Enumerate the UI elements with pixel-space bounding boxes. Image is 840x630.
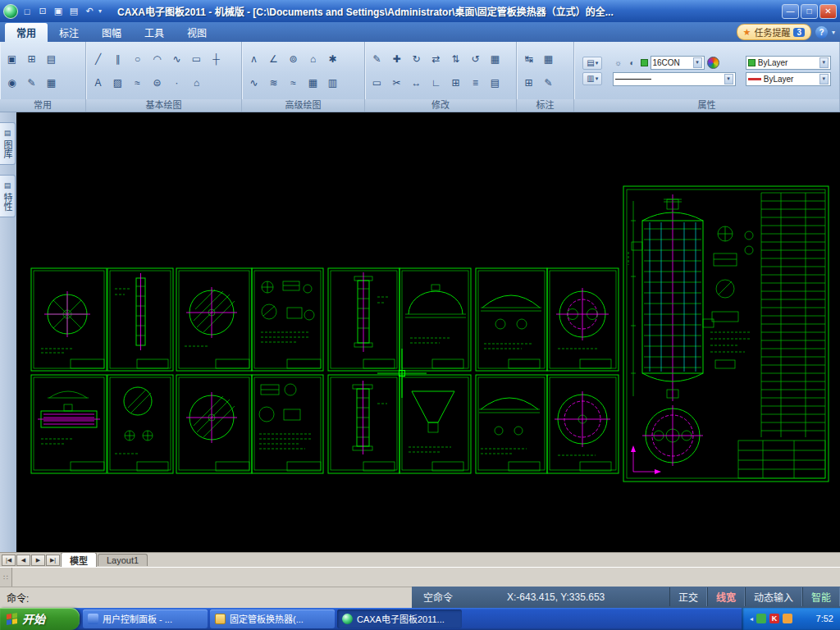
drawing-canvas[interactable]	[16, 112, 840, 549]
properties-icon[interactable]: ▤	[43, 50, 60, 67]
curve-icon[interactable]: ∿	[168, 50, 185, 67]
smart-snap-toggle[interactable]: 智能	[802, 587, 840, 606]
command-window-grip[interactable]: ∷	[0, 568, 12, 587]
help-icon[interactable]: ?	[815, 26, 828, 39]
dimension-edit-icon[interactable]: ✎	[540, 74, 557, 91]
double-wave-icon[interactable]: ≈	[285, 74, 302, 91]
tab-model[interactable]: 模型	[61, 552, 97, 568]
edit-icon[interactable]: ✎	[368, 50, 386, 67]
text-icon[interactable]: A	[89, 74, 107, 91]
polygon2-icon[interactable]: ⌂	[304, 50, 322, 67]
line-icon[interactable]: ╱	[89, 50, 107, 67]
parallel-line-icon[interactable]: ∥	[109, 50, 126, 67]
lineweight-select-dropdown-icon[interactable]: ▾	[819, 74, 829, 84]
rotate-icon[interactable]: ↻	[408, 50, 425, 67]
copy-icon[interactable]: ⊞	[23, 50, 40, 67]
first-sheet-button[interactable]: |◀	[2, 555, 16, 566]
rect-select-icon[interactable]: ▭	[368, 74, 386, 91]
command-prompt-area[interactable]: 命令:	[0, 587, 412, 608]
ribbon-options-dropdown-icon[interactable]: ▾	[832, 29, 835, 36]
zoom-icon[interactable]: ◉	[3, 74, 21, 91]
ellipse-icon[interactable]: ⊜	[148, 74, 166, 91]
color-select-dropdown-icon[interactable]: ▾	[819, 57, 829, 68]
mirror-icon[interactable]: ⇄	[427, 50, 445, 67]
save-file-icon[interactable]: ▣	[52, 5, 65, 18]
format-brush-icon[interactable]: ✎	[23, 74, 40, 91]
open-file-icon[interactable]: ⊡	[36, 5, 49, 18]
paste-icon[interactable]: ▣	[3, 50, 21, 67]
undo-icon[interactable]: ↶	[83, 5, 96, 18]
block-icon[interactable]: ▦	[304, 74, 322, 91]
extend-icon[interactable]: ↔	[408, 74, 425, 91]
concentric-circles-icon[interactable]: ⊚	[285, 50, 302, 67]
prev-sheet-button[interactable]: ◀	[16, 555, 30, 566]
arc-icon[interactable]: ◠	[148, 50, 166, 67]
angle-line-icon[interactable]: ∠	[265, 50, 282, 67]
last-sheet-button[interactable]: ▶|	[46, 555, 60, 566]
minimize-button[interactable]: —	[782, 4, 799, 19]
taskbar-item-control-panel[interactable]: 用户控制面板 - ...	[83, 609, 208, 628]
taskbar-item-caxa[interactable]: CAXA电子图板2011...	[337, 609, 462, 628]
move-icon[interactable]: ✚	[388, 50, 405, 67]
flip-icon[interactable]: ⇅	[447, 50, 464, 67]
maximize-button[interactable]: □	[801, 4, 818, 19]
tab-dimension[interactable]: 标注	[48, 23, 90, 42]
dimension-grid-icon[interactable]: ⊞	[520, 74, 537, 91]
tab-view[interactable]: 视图	[176, 23, 218, 42]
sidebar-tab-properties[interactable]: ▤ 特性	[0, 175, 16, 217]
color-picker-globe-icon[interactable]	[707, 57, 719, 69]
wave-line-icon[interactable]: ∿	[245, 74, 262, 91]
ortho-toggle[interactable]: 正交	[669, 587, 707, 606]
circle-icon[interactable]: ○	[129, 50, 146, 67]
array-icon[interactable]: ▦	[486, 50, 504, 67]
tab-layout1[interactable]: Layout1	[98, 554, 148, 566]
grid-block-icon[interactable]: ▥	[324, 74, 341, 91]
layer-on-icon[interactable]: ☼	[613, 57, 624, 69]
centerline-icon[interactable]: ┼	[208, 50, 225, 67]
dimension-icon[interactable]: ↹	[520, 50, 537, 67]
start-button[interactable]: 开始	[0, 608, 80, 630]
quick-access-dropdown-icon[interactable]: ▾	[98, 7, 107, 15]
tab-common[interactable]: 常用	[5, 23, 48, 42]
layer-tool-button[interactable]: ▤ ▾	[582, 57, 602, 70]
layers-icon[interactable]: ▤	[486, 74, 504, 91]
tray-icon[interactable]: K	[769, 614, 779, 623]
next-sheet-button[interactable]: ▶	[31, 555, 45, 566]
command-history-area[interactable]: ∷	[0, 567, 840, 587]
point-icon[interactable]: ∙	[168, 74, 185, 91]
lineweight-toggle[interactable]: 线宽	[707, 587, 745, 606]
dimension-table-icon[interactable]: ▦	[540, 50, 557, 67]
coil-icon[interactable]: ≋	[265, 74, 282, 91]
app-logo-icon[interactable]	[3, 4, 18, 19]
print-icon[interactable]: ▤	[67, 5, 80, 18]
rotate-ccw-icon[interactable]: ↺	[467, 50, 484, 67]
tray-collapse-icon[interactable]: ◂	[750, 615, 753, 623]
stack-icon[interactable]: ≡	[467, 74, 484, 91]
linetype-select-dropdown-icon[interactable]: ▾	[724, 74, 733, 84]
gear-icon[interactable]: ✱	[324, 50, 341, 67]
spline-icon[interactable]: ≈	[129, 74, 146, 91]
layer-select[interactable]: 16CON ▾	[651, 56, 705, 70]
drawing-area[interactable]	[16, 112, 840, 552]
close-button[interactable]: ✕	[819, 4, 837, 19]
corner-icon[interactable]: ∟	[427, 74, 445, 91]
layer-state-icon[interactable]: ◐	[627, 57, 638, 69]
color-select[interactable]: ByLayer ▾	[746, 56, 831, 70]
copy-object-icon[interactable]: ⊞	[447, 74, 464, 91]
layer-select-dropdown-icon[interactable]: ▾	[693, 57, 702, 68]
tab-sheet[interactable]: 图幅	[90, 23, 133, 42]
tray-icon[interactable]	[783, 614, 792, 623]
rectangle-icon[interactable]: ▭	[188, 50, 205, 67]
task-reminder-button[interactable]: ★ 任务提醒 3	[737, 24, 811, 40]
tab-tools[interactable]: 工具	[133, 23, 176, 42]
new-file-icon[interactable]: □	[21, 5, 34, 18]
linetype-select[interactable]: ▾	[613, 72, 736, 86]
tray-icon[interactable]	[756, 614, 766, 623]
polygon-icon[interactable]: ⌂	[188, 74, 205, 91]
taskbar-item-folder[interactable]: 固定管板换热器(...	[210, 609, 335, 628]
lineweight-select[interactable]: ByLayer ▾	[746, 72, 831, 86]
hatch-icon[interactable]: ▨	[109, 74, 126, 91]
sidebar-tab-library[interactable]: ▤ 图库	[0, 122, 16, 165]
style-tool-button[interactable]: ▥ ▾	[582, 72, 602, 85]
stamp-icon[interactable]: ▦	[43, 74, 60, 91]
